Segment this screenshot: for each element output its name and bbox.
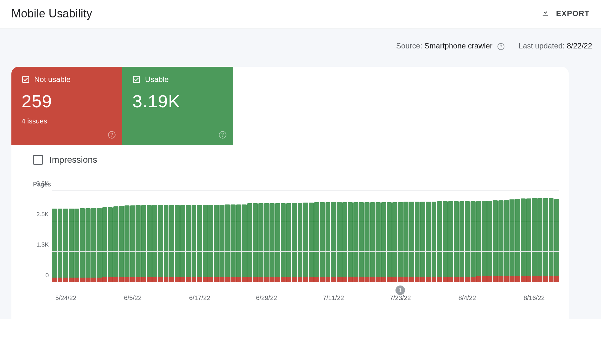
chart-bar[interactable] — [158, 205, 163, 282]
chart-bar[interactable] — [426, 202, 431, 282]
help-icon[interactable] — [108, 131, 116, 140]
chart-bar[interactable] — [231, 204, 236, 283]
chart-bar[interactable] — [236, 204, 241, 282]
chart-bar[interactable] — [292, 203, 297, 282]
chart-bar[interactable] — [219, 205, 225, 282]
chart-bar[interactable] — [348, 202, 353, 282]
chart-bar[interactable] — [537, 198, 542, 282]
chart-bar[interactable] — [108, 207, 113, 282]
help-icon[interactable] — [218, 131, 227, 140]
chart-bar[interactable] — [97, 208, 102, 282]
chart-bar[interactable] — [74, 208, 79, 282]
chart-bar[interactable] — [331, 202, 336, 282]
chart-bar[interactable] — [180, 205, 185, 282]
chart-bar[interactable] — [203, 205, 208, 282]
chart-bar[interactable] — [487, 201, 492, 282]
chart-bar[interactable] — [247, 203, 252, 282]
chart-bar[interactable] — [147, 205, 152, 282]
chart-bar[interactable] — [504, 200, 509, 282]
chart-bar[interactable] — [437, 201, 442, 282]
chart-bar[interactable] — [242, 204, 247, 282]
chart-bar[interactable] — [543, 198, 548, 282]
chart-bar[interactable] — [169, 205, 174, 282]
chart-bar[interactable] — [192, 205, 197, 282]
chart-bar[interactable] — [476, 201, 481, 282]
export-button[interactable]: EXPORT — [541, 8, 590, 19]
chart-bar[interactable] — [119, 206, 124, 282]
impressions-checkbox[interactable] — [33, 155, 43, 165]
chart-bar[interactable] — [275, 203, 280, 282]
chart-bar[interactable] — [141, 205, 146, 282]
chart-bar[interactable] — [186, 205, 191, 282]
chart-bar[interactable] — [314, 202, 319, 282]
chart-bar[interactable] — [376, 202, 381, 282]
chart-bar[interactable] — [320, 202, 325, 282]
chart-bar[interactable] — [337, 202, 342, 282]
tile-not-usable[interactable]: Not usable 259 4 issues — [11, 67, 122, 145]
chart-plot-area[interactable]: 01.3K2.5K3.8K1 — [52, 191, 559, 282]
chart-bar[interactable] — [554, 199, 559, 282]
chart-bar[interactable] — [269, 203, 275, 282]
tile-usable[interactable]: Usable 3.19K — [122, 67, 233, 145]
chart-bar[interactable] — [85, 208, 91, 282]
chart-bar[interactable] — [303, 203, 308, 282]
chart-bar[interactable] — [403, 202, 408, 282]
chart-bar[interactable] — [136, 205, 141, 282]
chart-bar[interactable] — [415, 202, 420, 282]
chart-bar[interactable] — [63, 209, 68, 282]
chart-bar[interactable] — [549, 198, 554, 282]
chart-bar[interactable] — [309, 203, 314, 282]
chart-bar[interactable] — [69, 208, 74, 282]
chart-bar[interactable] — [387, 202, 392, 282]
chart-bar[interactable] — [326, 202, 331, 282]
chart-bar[interactable] — [509, 199, 515, 282]
chart-bar[interactable] — [258, 203, 263, 282]
chart-bar[interactable] — [370, 202, 375, 282]
chart-bar[interactable] — [448, 201, 453, 282]
chart-bar[interactable] — [381, 202, 386, 282]
chart-bar[interactable] — [409, 202, 414, 282]
chart-bar[interactable] — [392, 202, 397, 282]
chart-bar[interactable] — [91, 208, 96, 282]
chart-bar[interactable] — [52, 209, 57, 282]
chart-bar[interactable] — [152, 205, 157, 282]
chart-bar[interactable] — [471, 201, 476, 282]
chart-bar[interactable] — [253, 203, 258, 282]
chart-bar[interactable] — [521, 198, 526, 282]
chart-bar[interactable] — [130, 205, 135, 282]
chart-bar[interactable] — [359, 202, 364, 282]
chart-bar[interactable] — [264, 203, 269, 282]
chart-bar[interactable] — [286, 203, 291, 282]
chart-bar[interactable] — [482, 201, 487, 282]
chart-bar[interactable] — [398, 202, 403, 282]
chart-bar[interactable] — [443, 201, 448, 282]
chart-bar[interactable] — [175, 205, 180, 282]
chart-bar[interactable] — [459, 201, 465, 282]
chart-bar[interactable] — [113, 206, 118, 282]
chart-bar[interactable] — [364, 202, 370, 282]
chart-bar[interactable] — [493, 200, 498, 282]
chart-bar[interactable] — [124, 205, 130, 282]
chart-bar[interactable] — [432, 202, 437, 282]
chart-bar[interactable] — [454, 201, 459, 282]
chart-bar[interactable] — [208, 205, 213, 282]
chart-bar[interactable] — [225, 204, 230, 282]
chart-bar[interactable] — [342, 202, 347, 282]
chart-bar[interactable] — [298, 203, 303, 282]
chart-bar[interactable] — [164, 205, 169, 282]
chart-bar[interactable] — [80, 208, 85, 282]
chart-bar[interactable] — [420, 202, 425, 282]
chart-bar[interactable] — [515, 199, 520, 282]
chart-bar[interactable] — [353, 202, 358, 282]
chart-bar[interactable] — [102, 207, 107, 282]
chart-bar[interactable] — [58, 209, 63, 282]
chart-bar[interactable] — [197, 205, 202, 282]
help-icon[interactable] — [497, 43, 505, 50]
chart-bar[interactable] — [498, 200, 503, 282]
checkbox-checked-icon — [132, 75, 141, 84]
chart-bar[interactable] — [532, 198, 537, 282]
chart-bar[interactable] — [214, 205, 219, 282]
chart-bar[interactable] — [465, 201, 470, 282]
chart-bar[interactable] — [526, 198, 531, 282]
chart-bar[interactable] — [281, 203, 286, 282]
